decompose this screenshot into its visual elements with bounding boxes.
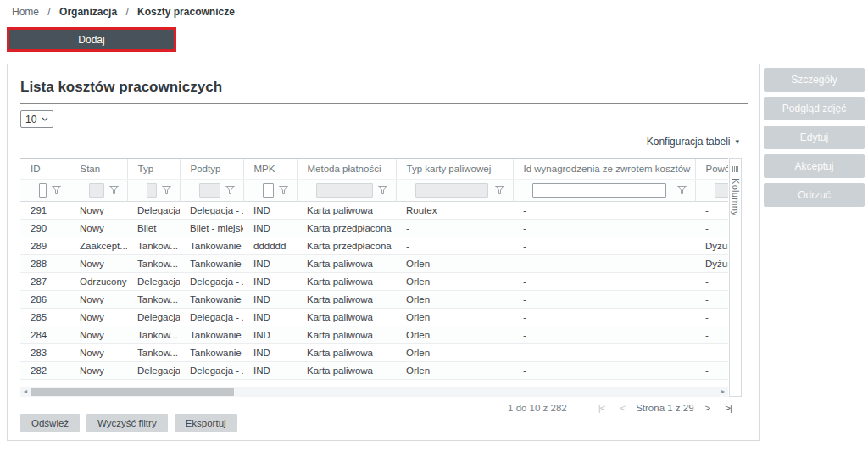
table-row[interactable]: 286NowyTankow...TankowanieINDKarta paliw… xyxy=(20,290,728,308)
akceptuj-button[interactable]: Akceptuj xyxy=(764,154,865,178)
table-cell: Delegacja xyxy=(127,201,180,219)
page-size-value: 10 xyxy=(25,114,36,126)
table-row[interactable]: 285NowyDelegacjaDelegacja - ...INDKarta … xyxy=(20,308,728,326)
table-cell: Nowy xyxy=(70,308,127,326)
breadcrumb: Home / Organizacja / Koszty pracownicze xyxy=(12,6,235,18)
costs-table: IDStanTypPodtypMPKMetoda płatnościTyp ka… xyxy=(20,159,728,380)
filter-input-id-wynagrodzenia-ze-zwrotem-koszt-w[interactable] xyxy=(532,183,666,198)
add-button[interactable]: Dodaj xyxy=(9,30,174,49)
table-cell: - xyxy=(396,219,513,237)
prev-page-button[interactable]: < xyxy=(620,403,625,413)
columns-tab[interactable]: Kolumny xyxy=(729,158,742,397)
column-header-id-wynagrodzenia-ze-zwrotem-koszt-w[interactable]: Id wynagrodzenia ze zwrotem kosztów xyxy=(513,159,695,179)
eksportuj-button[interactable]: Eksportuj xyxy=(175,414,237,432)
odrzu-button[interactable]: Odrzuć xyxy=(764,183,865,207)
column-header-pow-d-ta[interactable]: Powód ta xyxy=(695,159,728,179)
table-header-row: IDStanTypPodtypMPKMetoda płatnościTyp ka… xyxy=(20,159,728,179)
table-row[interactable]: 289Zaakcept...Tankow...TankowanieddddddK… xyxy=(20,237,728,254)
column-header-typ[interactable]: Typ xyxy=(127,159,180,179)
page-label: Strona 1 z 29 xyxy=(636,403,693,413)
table-cell: IND xyxy=(243,308,297,326)
breadcrumb-home[interactable]: Home xyxy=(12,6,39,18)
table-cell: 288 xyxy=(20,254,70,272)
caret-down-icon: ▾ xyxy=(735,137,739,146)
table-cell: IND xyxy=(243,254,297,272)
table-cell: Bilet xyxy=(127,219,180,237)
table-cell: Orlen xyxy=(396,272,513,290)
szczeg-y-button[interactable]: Szczegóły xyxy=(764,68,865,92)
table-row[interactable]: 291NowyDelegacjaDelegacja - ...INDKarta … xyxy=(20,201,728,219)
scroll-right-icon[interactable]: ► xyxy=(718,387,728,397)
od-wie-button[interactable]: Odśwież xyxy=(20,414,80,432)
edytuj-button[interactable]: Edytuj xyxy=(764,126,865,149)
filter-icon[interactable] xyxy=(225,186,235,194)
filter-icon[interactable] xyxy=(52,186,61,194)
table-cell: Karta paliwowa xyxy=(297,308,396,326)
filter-icon[interactable] xyxy=(677,186,687,194)
breadcrumb-current: Koszty pracownicze xyxy=(137,6,235,18)
table-cell: Tankowanie xyxy=(180,254,243,272)
column-header-metoda-p-atno-ci[interactable]: Metoda płatności xyxy=(297,159,396,179)
table-cell: 287 xyxy=(20,272,70,290)
table-row[interactable]: 283NowyTankow...TankowanieINDKarta paliw… xyxy=(20,343,728,361)
table-cell: - xyxy=(513,237,695,254)
page-size-select[interactable]: 10 xyxy=(20,110,53,128)
column-header-id[interactable]: ID xyxy=(20,159,70,179)
table-cell: - xyxy=(513,290,695,308)
table-row[interactable]: 284NowyTankow...TankowanieINDKarta paliw… xyxy=(20,326,728,343)
table-cell: Tankowanie xyxy=(180,290,243,308)
table-row[interactable]: 282NowyDelegacjaDelegacja - ...INDKarta … xyxy=(20,361,728,379)
filter-input-id[interactable] xyxy=(39,183,47,198)
table-cell: Delegacja xyxy=(127,272,180,290)
filter-select-metoda-p-atno-ci[interactable] xyxy=(316,183,373,198)
column-header-stan[interactable]: Stan xyxy=(70,159,127,179)
filter-icon[interactable] xyxy=(109,186,119,194)
filter-cell-pow-d-ta xyxy=(695,179,728,201)
breadcrumb-organizacja[interactable]: Organizacja xyxy=(59,6,117,18)
table-config-label: Konfiguracja tabeli xyxy=(647,136,731,148)
table-config-button[interactable]: Konfiguracja tabeli ▾ xyxy=(647,136,739,148)
table-cell: 289 xyxy=(20,237,70,254)
table-cell: Dyżur xyxy=(695,254,728,272)
filter-select-typ-karty-paliwowej[interactable] xyxy=(415,183,488,198)
filter-cell-typ xyxy=(127,179,180,201)
filter-icon[interactable] xyxy=(495,186,504,194)
table-cell: Delegacja - ... xyxy=(180,201,243,219)
filter-select-podtyp[interactable] xyxy=(199,183,220,198)
table-row[interactable]: 290NowyBiletBilet - miejskiINDKarta prze… xyxy=(20,219,728,237)
wyczy-filtry-button[interactable]: Wyczyść filtry xyxy=(86,414,168,432)
filter-icon[interactable] xyxy=(279,186,288,194)
horizontal-scrollbar[interactable]: ◄ ► xyxy=(20,387,728,397)
next-page-button[interactable]: > xyxy=(705,403,710,413)
table-clip: IDStanTypPodtypMPKMetoda płatnościTyp ka… xyxy=(20,158,728,387)
table-cell: Karta paliwowa xyxy=(297,290,396,308)
scrollbar-thumb[interactable] xyxy=(31,388,234,396)
table-row[interactable]: 288NowyTankow...TankowanieINDKarta paliw… xyxy=(20,254,728,272)
column-header-mpk[interactable]: MPK xyxy=(243,159,297,179)
filter-select-stan[interactable] xyxy=(89,183,104,198)
table-cell: - xyxy=(513,201,695,219)
column-header-typ-karty-paliwowej[interactable]: Typ karty paliwowej xyxy=(396,159,513,179)
last-page-button[interactable]: >| xyxy=(725,403,732,413)
table-cell: IND xyxy=(243,290,297,308)
first-page-button[interactable]: |< xyxy=(598,403,605,413)
page: Home / Organizacja / Koszty pracownicze … xyxy=(0,0,868,452)
filter-input-mpk[interactable] xyxy=(263,183,274,198)
table-cell: Karta przedpłacona xyxy=(297,237,396,254)
podgl-d-zdj-button[interactable]: Podgląd zdjęć xyxy=(764,97,865,120)
filter-select-pow-d-ta[interactable] xyxy=(715,183,729,198)
table-cell: Delegacja - ... xyxy=(180,308,243,326)
breadcrumb-separator: / xyxy=(125,6,128,18)
table-cell: - xyxy=(513,272,695,290)
table-cell: IND xyxy=(243,272,297,290)
table-cell: IND xyxy=(243,343,297,361)
column-header-podtyp[interactable]: Podtyp xyxy=(180,159,243,179)
table-cell: IND xyxy=(243,201,297,219)
table-cell: - xyxy=(695,201,728,219)
filter-select-typ[interactable] xyxy=(147,183,157,198)
scroll-left-icon[interactable]: ◄ xyxy=(20,387,31,397)
table-cell: Dyżur xyxy=(695,237,728,254)
filter-icon[interactable] xyxy=(378,186,387,194)
filter-icon[interactable] xyxy=(162,186,171,194)
table-row[interactable]: 287OdrzuconyDelegacjaDelegacja - ...INDK… xyxy=(20,272,728,290)
